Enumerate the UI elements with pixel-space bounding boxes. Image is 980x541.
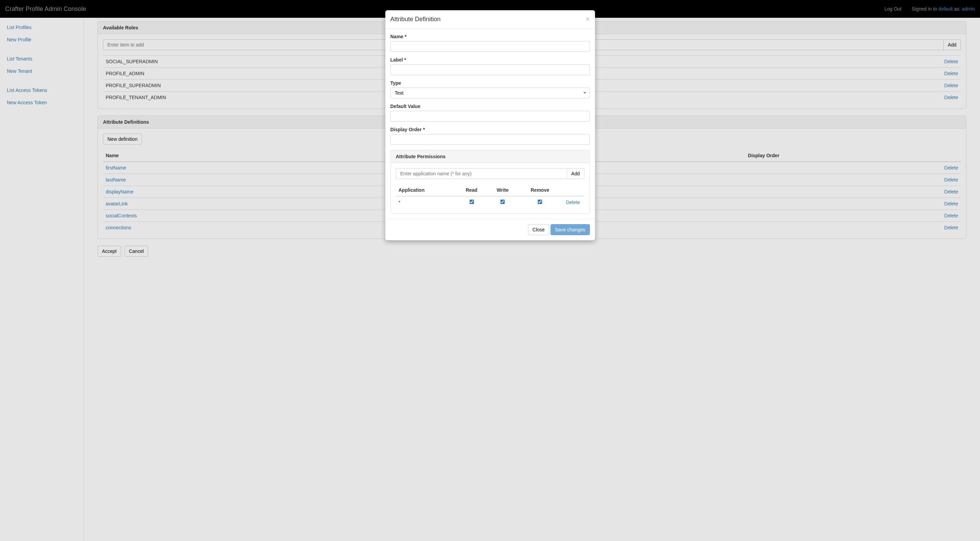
perm-read-checkbox[interactable] (469, 200, 474, 204)
col-read: Read (456, 184, 487, 196)
type-select[interactable]: Text (390, 87, 590, 98)
attribute-definition-modal: Attribute Definition × Name * Label * Ty… (385, 10, 595, 240)
attribute-permissions-panel: Attribute Permissions Add Application Re… (390, 150, 590, 214)
permissions-table: Application Read Write Remove * (396, 184, 584, 208)
default-value-label: Default Value (390, 103, 590, 109)
name-input[interactable] (390, 41, 590, 52)
col-write: Write (487, 184, 518, 196)
col-application: Application (396, 184, 456, 196)
default-value-input[interactable] (390, 111, 590, 122)
save-changes-button[interactable]: Save changes (550, 224, 590, 235)
display-order-input[interactable] (390, 134, 590, 145)
type-label: Type (390, 80, 590, 86)
attribute-permissions-heading: Attribute Permissions (391, 151, 589, 163)
modal-title: Attribute Definition (390, 16, 441, 23)
add-permission-button[interactable]: Add (567, 168, 584, 179)
table-row: * Delete (396, 196, 584, 208)
display-order-label: Display Order * (390, 127, 590, 132)
label-label: Label * (390, 57, 590, 63)
delete-permission-link[interactable]: Delete (566, 200, 580, 205)
label-input[interactable] (390, 64, 590, 75)
close-icon[interactable]: × (585, 15, 590, 23)
perm-application: * (396, 196, 456, 208)
col-remove: Remove (518, 184, 562, 196)
perm-remove-checkbox[interactable] (538, 200, 542, 204)
modal-close-button[interactable]: Close (528, 224, 549, 235)
name-label: Name * (390, 34, 590, 39)
perm-write-checkbox[interactable] (500, 200, 505, 204)
permission-app-input[interactable] (396, 168, 567, 179)
